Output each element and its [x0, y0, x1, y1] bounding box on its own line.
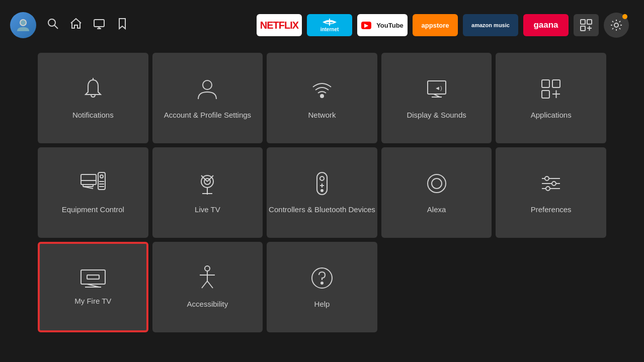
tile-live-tv[interactable]: Live TV — [152, 147, 263, 238]
netflix-label: NETFLIX — [260, 20, 298, 31]
alexa-icon — [424, 170, 450, 197]
remote-icon — [313, 170, 331, 197]
svg-point-0 — [20, 20, 26, 26]
tile-applications-label: Applications — [531, 110, 572, 120]
amazon-music-shortcut[interactable]: amazon music — [463, 14, 518, 36]
search-icon[interactable] — [46, 17, 59, 33]
tv-icon[interactable] — [93, 17, 106, 33]
accessibility-icon — [196, 265, 219, 291]
tile-my-fire-tv[interactable]: My Fire TV — [38, 242, 148, 332]
svg-rect-53 — [81, 270, 105, 284]
svg-rect-27 — [83, 185, 93, 187]
person-icon — [194, 76, 220, 102]
tile-live-tv-label: Live TV — [195, 205, 220, 215]
svg-point-30 — [100, 175, 103, 178]
tile-display-sounds-label: Display & Sounds — [407, 110, 466, 120]
nav-left — [10, 12, 129, 38]
firetv-icon — [79, 268, 107, 288]
tile-notifications[interactable]: Notifications — [38, 53, 148, 143]
settings-notification-dot — [622, 14, 627, 19]
avatar[interactable] — [10, 12, 36, 38]
tile-network[interactable]: Network — [267, 53, 377, 143]
amazon-music-label: amazon music — [471, 22, 510, 28]
netflix-shortcut[interactable]: NETFLIX — [257, 14, 302, 36]
svg-point-15 — [320, 95, 324, 98]
appstore-shortcut[interactable]: appstore — [413, 14, 458, 36]
tile-notifications-label: Notifications — [72, 110, 114, 120]
tile-controllers-bluetooth[interactable]: Controllers & Bluetooth Devices — [267, 147, 377, 238]
help-icon — [309, 265, 335, 291]
svg-point-46 — [432, 178, 442, 189]
tile-accessibility[interactable]: Accessibility — [152, 242, 263, 332]
tile-network-label: Network — [308, 110, 336, 120]
svg-rect-3 — [94, 20, 104, 27]
tile-display-sounds[interactable]: ◄) Display & Sounds — [381, 53, 492, 143]
tile-accessibility-label: Accessibility — [187, 299, 228, 309]
tile-preferences-label: Preferences — [531, 205, 572, 215]
bell-icon — [80, 76, 106, 102]
tile-controllers-bluetooth-label: Controllers & Bluetooth Devices — [269, 205, 375, 215]
tile-help-label: Help — [314, 299, 330, 309]
tile-account-profile-label: Account & Profile Settings — [164, 110, 251, 120]
internet-label: internet — [320, 27, 339, 32]
nav-shortcuts: NETFLIX internet YouTube appstore amazon… — [257, 13, 629, 38]
settings-grid: Notifications Account & Profile Settings… — [0, 53, 644, 332]
svg-point-1 — [48, 19, 55, 26]
tile-account-profile[interactable]: Account & Profile Settings — [152, 53, 263, 143]
monitor-icon — [79, 170, 107, 197]
svg-point-50 — [545, 176, 549, 180]
youtube-label: YouTube — [376, 22, 404, 29]
wifi-icon — [309, 76, 335, 102]
svg-point-51 — [552, 182, 556, 186]
svg-rect-25 — [81, 174, 96, 185]
svg-point-44 — [321, 190, 323, 192]
svg-rect-8 — [587, 20, 592, 24]
tile-preferences[interactable]: Preferences — [496, 147, 606, 238]
tile-equipment-control[interactable]: Equipment Control — [38, 147, 148, 238]
svg-point-14 — [203, 80, 212, 89]
bookmark-icon[interactable] — [116, 17, 129, 33]
svg-point-63 — [321, 282, 323, 284]
youtube-shortcut[interactable]: YouTube — [357, 14, 408, 36]
svg-text:◄): ◄) — [435, 85, 442, 91]
tile-my-fire-tv-label: My Fire TV — [74, 296, 111, 306]
gaana-shortcut[interactable]: gaana — [523, 14, 569, 36]
tile-help[interactable]: Help — [267, 242, 377, 332]
svg-point-45 — [428, 174, 446, 193]
home-icon[interactable] — [69, 17, 83, 33]
display-sound-icon: ◄) — [424, 76, 450, 102]
top-bar: NETFLIX internet YouTube appstore amazon… — [0, 0, 644, 50]
apps-grid-button[interactable] — [574, 14, 599, 36]
svg-rect-20 — [542, 80, 549, 87]
svg-point-12 — [614, 23, 618, 27]
antenna-icon — [194, 170, 220, 197]
tile-applications[interactable]: Applications — [496, 53, 606, 143]
gaana-label: gaana — [533, 20, 558, 30]
svg-rect-56 — [87, 275, 99, 279]
sliders-icon — [538, 170, 564, 197]
tile-equipment-control-label: Equipment Control — [62, 205, 124, 215]
svg-rect-7 — [581, 20, 585, 24]
tile-alexa[interactable]: Alexa — [381, 147, 492, 238]
apps-grid-icon — [538, 76, 564, 102]
svg-point-41 — [320, 176, 324, 180]
appstore-label: appstore — [422, 22, 449, 29]
internet-shortcut[interactable]: internet — [307, 14, 352, 36]
svg-point-57 — [205, 266, 210, 271]
svg-line-61 — [207, 281, 213, 288]
youtube-play-icon — [361, 22, 371, 29]
tile-alexa-label: Alexa — [427, 205, 446, 215]
svg-rect-22 — [542, 90, 549, 98]
svg-point-52 — [546, 187, 550, 191]
svg-rect-9 — [581, 26, 585, 31]
svg-rect-21 — [552, 80, 560, 87]
settings-button[interactable] — [604, 13, 629, 38]
svg-line-2 — [55, 26, 58, 29]
svg-line-60 — [202, 281, 207, 288]
